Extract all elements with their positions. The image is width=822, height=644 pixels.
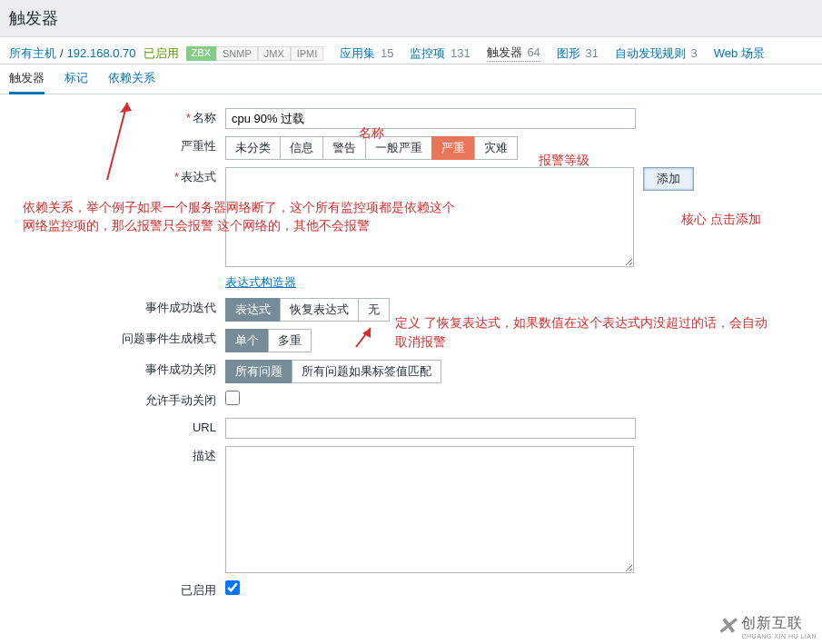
zbx-badge: ZBX	[186, 46, 216, 61]
desc-label: 描述	[0, 446, 225, 466]
host-nav: 所有主机 / 192.168.0.70 已启用 ZBX SNMP JMX IPM…	[0, 37, 822, 64]
breadcrumb-sep: /	[60, 46, 64, 60]
expression-builder-link[interactable]: 表达式构造器	[225, 274, 296, 291]
snmp-badge: SNMP	[216, 46, 258, 61]
logo-en: CHUANG XIN HU LIAN	[741, 633, 817, 639]
ok-event-none[interactable]: 无	[358, 298, 390, 322]
ok-event-group: 表达式 恢复表达式 无	[225, 298, 390, 322]
host-ip-link[interactable]: 192.168.0.70	[67, 46, 136, 60]
logo-cn: 创新互联	[741, 614, 817, 633]
ok-event-expr[interactable]: 表达式	[225, 298, 281, 322]
sev-high[interactable]: 严重	[431, 136, 475, 160]
all-hosts-link[interactable]: 所有主机	[9, 45, 56, 62]
form-tabs: 触发器 标记 依赖关系	[0, 64, 822, 94]
interface-badges: ZBX SNMP JMX IPMI	[186, 46, 324, 61]
ok-close-all[interactable]: 所有问题	[225, 360, 292, 383]
problem-mode-label: 问题事件生成模式	[0, 329, 225, 349]
ok-event-label: 事件成功迭代	[0, 298, 225, 318]
ipmi-badge: IPMI	[291, 46, 324, 61]
host-status: 已启用	[144, 45, 179, 62]
enabled-checkbox[interactable]	[225, 580, 240, 595]
tab-trigger[interactable]: 触发器	[9, 70, 45, 94]
nav-discovery[interactable]: 自动发现规则 3	[615, 45, 698, 62]
jmx-badge: JMX	[258, 46, 291, 61]
sev-info[interactable]: 信息	[280, 136, 323, 160]
nav-graphs[interactable]: 图形 31	[557, 45, 599, 62]
description-textarea[interactable]	[225, 446, 634, 573]
problem-mode-multi[interactable]: 多重	[268, 329, 312, 352]
brand-logo: ✕ 创新互联 CHUANG XIN HU LIAN	[717, 612, 817, 640]
tab-dependency[interactable]: 依赖关系	[108, 70, 155, 94]
nav-applications[interactable]: 应用集 15	[340, 45, 393, 62]
manual-close-checkbox[interactable]	[225, 391, 240, 405]
trigger-form: *名称 严重性 未分类 信息 警告 一般严重 严重 灾难 *表达式 添加 表达式…	[0, 94, 822, 621]
add-expression-button[interactable]: 添加	[643, 167, 694, 191]
logo-icon: ✕	[717, 612, 737, 640]
nav-items[interactable]: 监控项 131	[410, 45, 470, 62]
nav-webscenario[interactable]: Web 场景	[714, 45, 765, 62]
header: 触发器	[0, 0, 822, 37]
page-title: 触发器	[9, 7, 813, 29]
severity-group: 未分类 信息 警告 一般严重 严重 灾难	[225, 136, 518, 160]
sev-disaster[interactable]: 灾难	[474, 136, 518, 160]
expression-label: *表达式	[0, 167, 225, 187]
manual-close-label: 允许手动关闭	[0, 391, 225, 411]
problem-mode-single[interactable]: 单个	[225, 329, 269, 352]
sev-unclassified[interactable]: 未分类	[225, 136, 281, 160]
ok-event-recovery[interactable]: 恢复表达式	[280, 298, 359, 322]
expression-textarea[interactable]	[225, 167, 634, 267]
ok-close-tagmatch[interactable]: 所有问题如果标签值匹配	[292, 360, 441, 383]
sev-average[interactable]: 一般严重	[365, 136, 432, 160]
name-input[interactable]	[225, 108, 636, 129]
severity-label: 严重性	[0, 136, 225, 156]
enabled-label: 已启用	[0, 580, 225, 600]
sev-warning[interactable]: 警告	[322, 136, 366, 160]
url-input[interactable]	[225, 418, 636, 439]
ok-close-label: 事件成功关闭	[0, 360, 225, 380]
problem-mode-group: 单个 多重	[225, 329, 312, 352]
tab-tags[interactable]: 标记	[64, 70, 88, 94]
name-label: *名称	[0, 108, 225, 128]
nav-triggers[interactable]: 触发器 64	[487, 45, 540, 62]
url-label: URL	[0, 418, 225, 438]
ok-close-group: 所有问题 所有问题如果标签值匹配	[225, 360, 441, 383]
